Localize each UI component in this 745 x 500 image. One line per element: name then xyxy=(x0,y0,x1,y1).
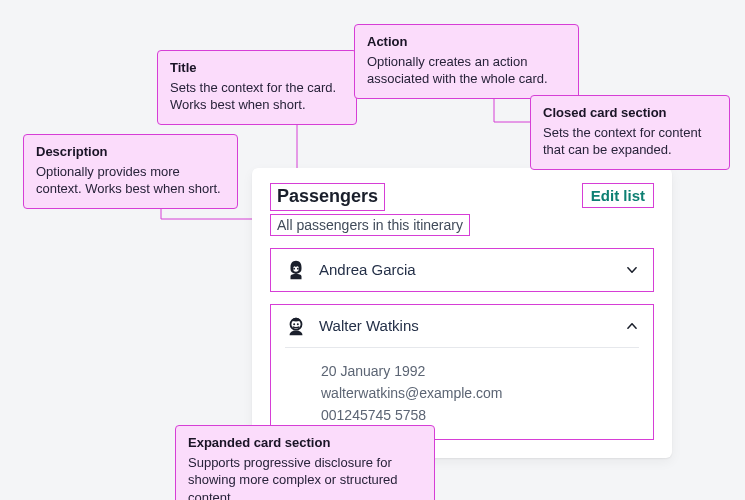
passenger-name: Andrea Garcia xyxy=(319,261,613,278)
avatar-male-icon xyxy=(285,315,307,337)
callout-expanded-section: Expanded card section Supports progressi… xyxy=(175,425,435,500)
svg-point-3 xyxy=(293,323,295,325)
section-toggle[interactable]: Andrea Garcia xyxy=(271,249,653,291)
edit-list-button[interactable]: Edit list xyxy=(582,183,654,208)
svg-point-4 xyxy=(297,323,299,325)
card-title: Passengers xyxy=(270,183,385,211)
title-block: Passengers All passengers in this itiner… xyxy=(270,183,470,236)
chevron-up-icon xyxy=(625,319,639,333)
passenger-section-expanded: Walter Watkins 20 January 1992 walterwat… xyxy=(270,304,654,440)
detail-dob: 20 January 1992 xyxy=(321,360,639,382)
svg-point-1 xyxy=(297,267,299,269)
callout-closed-section: Closed card section Sets the context for… xyxy=(530,95,730,170)
section-toggle[interactable]: Walter Watkins xyxy=(271,305,653,347)
passenger-name: Walter Watkins xyxy=(319,317,613,334)
callout-action: Action Optionally creates an action asso… xyxy=(354,24,579,99)
detail-email: walterwatkins@example.com xyxy=(321,382,639,404)
card-description: All passengers in this itinerary xyxy=(270,214,470,236)
callout-description: Description Optionally provides more con… xyxy=(23,134,238,209)
chevron-down-icon xyxy=(625,263,639,277)
detail-phone: 001245745 5758 xyxy=(321,404,639,426)
svg-point-0 xyxy=(293,267,295,269)
passenger-section-closed: Andrea Garcia xyxy=(270,248,654,292)
callout-title: Title Sets the context for the card. Wor… xyxy=(157,50,357,125)
passengers-card: Passengers All passengers in this itiner… xyxy=(252,168,672,458)
card-header: Passengers All passengers in this itiner… xyxy=(270,183,654,236)
avatar-female-icon xyxy=(285,259,307,281)
